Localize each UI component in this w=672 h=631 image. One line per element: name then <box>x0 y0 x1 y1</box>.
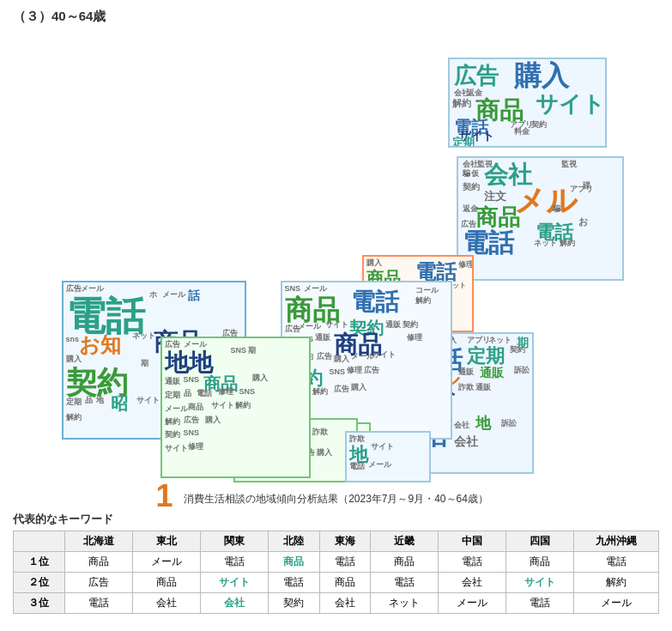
table-cell-2-8: メール <box>574 593 659 614</box>
table-cell-1-8: 解約 <box>574 573 659 593</box>
table-col-header-3: 関東 <box>200 531 268 552</box>
table-col-header-5: 東海 <box>319 531 371 552</box>
table-row-2: ３位電話会社会社契約会社ネットメール電話メール <box>14 593 659 614</box>
map-caption: 消費生活相談の地域傾向分析結果（2023年7月～9月・40～64歳） <box>13 492 659 507</box>
table-col-header-4: 北陸 <box>268 531 319 552</box>
table-col-header-2: 東北 <box>132 531 200 552</box>
table-cell-1-6: 会社 <box>439 573 506 593</box>
table-col-header-6: 近畿 <box>371 531 439 552</box>
region-box-2: 会社 監視 騙 仮 会社 監視 契約 注文 メル アプリ 課 返金 商品 騙 広… <box>457 156 624 281</box>
table-col-header-8: 四国 <box>506 531 574 552</box>
table-cell-2-1: 会社 <box>132 593 200 614</box>
rank-cell-0: １位 <box>14 552 65 573</box>
table-cell-1-3: 電話 <box>268 573 319 593</box>
section-label: 代表的なキーワード <box>13 512 659 527</box>
table-row-0: １位商品メール電話商品電話商品電話商品電話 <box>14 552 659 573</box>
table-cell-2-5: ネット <box>371 593 439 614</box>
table-cell-2-0: 電話 <box>64 593 132 614</box>
table-cell-0-4: 電話 <box>319 552 371 573</box>
table-cell-0-8: 電話 <box>574 552 659 573</box>
table-header-row: 北海道東北関東北陸東海近畿中国四国九州沖縄 <box>14 531 659 552</box>
rank-cell-1: ２位 <box>14 573 65 593</box>
region-box-shikoku: 詐欺 地 サイト 電話 メール <box>345 431 431 482</box>
keyword-table: 北海道東北関東北陸東海近畿中国四国九州沖縄 １位商品メール電話商品電話商品電話商… <box>13 531 659 614</box>
table-cell-1-2: サイト <box>200 573 268 593</box>
table-cell-0-0: 商品 <box>64 552 132 573</box>
table-cell-0-2: 電話 <box>200 552 268 573</box>
table-cell-1-4: 商品 <box>319 573 371 593</box>
table-cell-2-2: 会社 <box>200 593 268 614</box>
page-title: （３）40～64歳 <box>13 9 659 25</box>
kyushu-indicator: 1 <box>156 478 173 514</box>
table-cell-2-3: 契約 <box>268 593 319 614</box>
table-cell-2-7: 電話 <box>506 593 574 614</box>
table-cell-0-3: 商品 <box>268 552 319 573</box>
map-container: 広告 購入 会社 返金 解約 商品 サイト 電話 アプリ 契約 サイト 料金 定… <box>27 32 645 487</box>
table-col-header-9: 九州沖縄 <box>574 531 659 552</box>
table-cell-0-6: 電話 <box>439 552 506 573</box>
table-col-header-1: 北海道 <box>64 531 132 552</box>
table-col-header-0 <box>14 531 65 552</box>
table-col-header-7: 中国 <box>439 531 506 552</box>
table-cell-0-1: メール <box>132 552 200 573</box>
table-body: １位商品メール電話商品電話商品電話商品電話２位広告商品サイト電話商品電話会社サイ… <box>14 552 659 614</box>
table-cell-1-7: サイト <box>506 573 574 593</box>
table-cell-1-1: 商品 <box>132 573 200 593</box>
table-cell-0-5: 商品 <box>371 552 439 573</box>
table-cell-2-4: 会社 <box>319 593 371 614</box>
table-cell-1-0: 広告 <box>64 573 132 593</box>
table-cell-0-7: 商品 <box>506 552 574 573</box>
table-row-1: ２位広告商品サイト電話商品電話会社サイト解約 <box>14 573 659 593</box>
region-box-1: 広告 購入 会社 返金 解約 商品 サイト 電話 アプリ 契約 サイト 料金 定… <box>448 58 607 148</box>
table-cell-2-6: メール <box>439 593 506 614</box>
table-cell-1-5: 電話 <box>371 573 439 593</box>
rank-cell-2: ３位 <box>14 593 65 614</box>
region-box-tohoku: 広告 メール 地地 SNS 期 通販 SNS 商品 購入 定期 品 電話 修理 … <box>160 337 311 478</box>
